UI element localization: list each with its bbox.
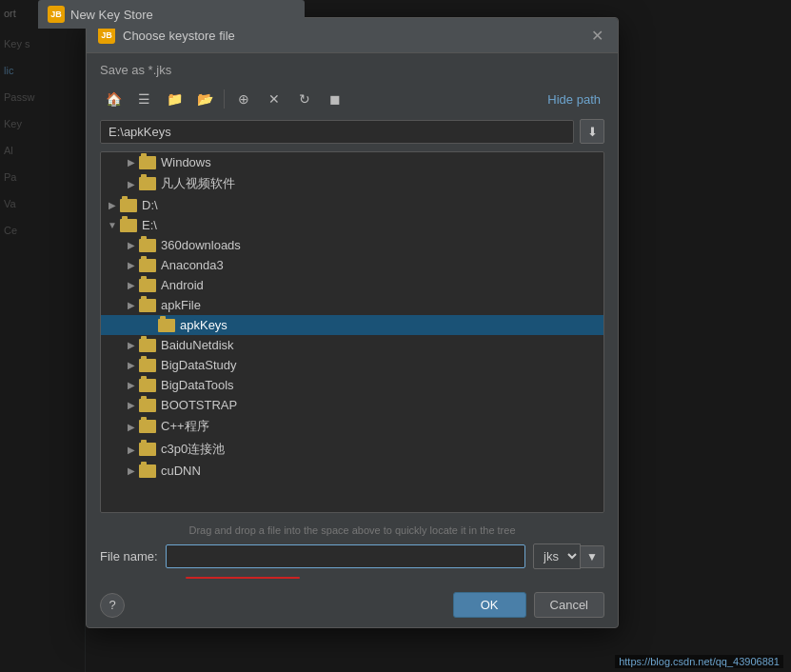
choose-keystore-dialog: JB Choose keystore file ✕ Save as *.jks … [86,17,619,628]
tree-item-label: BaiduNetdisk [161,338,234,352]
tree-item[interactable]: ▶360downloads [101,235,603,255]
folder-up-button[interactable]: 📂 [191,87,218,111]
tree-item-label: apkFile [161,298,201,312]
tree-arrow-icon: ▶ [124,422,139,432]
tree-arrow-icon: ▶ [124,260,139,270]
cancel-button[interactable]: Cancel [534,592,604,618]
bookmark-button[interactable]: ◼ [322,87,348,111]
bg-window-title: New Key Store [70,8,153,22]
close-button[interactable]: ✕ [587,26,606,45]
background-window-titlebar: JB New Key Store [38,0,305,29]
folder-icon [139,239,156,252]
folder-icon [139,443,156,456]
dialog-body: Save as *.jks 🏠 ☰ 📁 📂 ⊕ ✕ ↻ ◼ Hide path … [87,53,618,627]
drag-drop-hint: Drag and drop a file into the space abov… [100,521,604,544]
folder-icon [139,177,156,190]
filename-label: File name: [100,549,158,563]
folder-icon [139,399,156,412]
tree-item[interactable]: ▶c3p0连接池 [101,438,603,461]
dialog-button-row: ? OK Cancel [100,588,604,618]
tree-item[interactable]: ▶凡人视频软件 [101,172,603,195]
tree-item-label: D:\ [142,198,158,212]
tree-item-label: BigDataTools [161,378,234,392]
tree-item[interactable]: ▶Android [101,275,603,295]
dialog-title-left: JB Choose keystore file [98,27,235,44]
filename-row: File name: jks ▼ [100,544,604,569]
tree-item-label: cuDNN [161,464,201,478]
path-input[interactable] [100,120,574,144]
folder-icon [139,379,156,392]
tree-item-label: apkKeys [180,318,227,332]
folder-icon [139,359,156,372]
tree-item[interactable]: ▶D:\ [101,195,603,215]
tree-item[interactable]: ▶Anaconda3 [101,255,603,275]
dialog-title: Choose keystore file [123,29,235,43]
validation-underline [186,577,300,579]
delete-button[interactable]: ✕ [261,87,287,111]
tree-arrow-icon: ▶ [124,240,139,250]
extension-select[interactable]: jks [533,544,581,569]
new-dir-button[interactable]: ⊕ [230,87,257,111]
tree-arrow-icon: ▶ [124,280,139,290]
folder-icon [139,420,156,433]
tree-item[interactable]: ▶BOOTSTRAP [101,395,603,415]
folder-icon [139,259,156,272]
tree-arrow-icon: ▶ [124,179,139,189]
home-button[interactable]: 🏠 [100,87,127,111]
folder-icon [120,219,137,232]
file-toolbar: 🏠 ☰ 📁 📂 ⊕ ✕ ↻ ◼ Hide path [100,87,604,111]
tree-item[interactable]: ▶BaiduNetdisk [101,335,603,355]
tree-item[interactable]: ▶BigDataStudy [101,355,603,375]
path-row: ⬇ [100,119,604,144]
folder-icon [139,156,156,169]
tree-item-label: C++程序 [161,418,209,435]
tree-item-label: BigDataStudy [161,358,237,372]
tree-arrow-icon: ▶ [124,300,139,310]
ok-button[interactable]: OK [453,592,526,618]
tree-arrow-icon: ▶ [124,465,139,476]
help-button[interactable]: ? [100,593,125,618]
tree-item-label: Windows [161,155,211,169]
hide-path-button[interactable]: Hide path [544,90,604,109]
folder-icon [120,199,137,212]
tree-arrow-icon: ▼ [105,220,120,230]
tree-item[interactable]: ▶BigDataTools [101,375,603,395]
refresh-button[interactable]: ↻ [291,87,318,111]
tree-item-label: BOOTSTRAP [161,398,237,412]
save-as-label: Save as *.jks [100,63,604,77]
new-folder-button[interactable]: 📁 [161,87,188,111]
tree-item-label: c3p0连接池 [161,441,225,458]
tree-item[interactable]: ▶apkFile [101,295,603,315]
tree-item[interactable]: ▶C++程序 [101,415,603,438]
tree-item-label: Android [161,278,204,292]
extension-selector: jks ▼ [533,544,604,569]
tree-item-label: E:\ [142,218,157,232]
path-goto-button[interactable]: ⬇ [580,119,604,144]
tree-arrow-icon: ▶ [124,360,139,370]
extension-dropdown-button[interactable]: ▼ [581,545,604,568]
tree-item[interactable]: ▶cuDNN [101,461,603,481]
action-buttons: OK Cancel [453,592,604,618]
folder-icon [139,339,156,352]
tree-item-label: 360downloads [161,238,241,252]
toolbar-separator-1 [224,89,225,109]
tree-item[interactable]: ▶Windows [101,152,603,172]
tree-item[interactable]: apkKeys [101,315,603,335]
tree-arrow-icon: ▶ [124,400,139,410]
dialog-icon: JB [98,27,115,44]
folder-icon [139,279,156,292]
bg-window-icon: JB [48,6,65,23]
tree-item[interactable]: ▼E:\ [101,215,603,235]
folder-icon [158,319,175,332]
list-view-button[interactable]: ☰ [130,87,157,111]
folder-icon [139,299,156,312]
tree-arrow-icon: ▶ [124,340,139,350]
tree-item-label: 凡人视频软件 [161,175,235,192]
filename-input[interactable] [166,544,525,568]
watermark: https://blog.csdn.net/qq_43906881 [615,655,783,668]
tree-item-label: Anaconda3 [161,258,224,272]
tree-arrow-icon: ▶ [124,380,139,390]
file-tree[interactable]: ▶Windows▶凡人视频软件▶D:\▼E:\▶360downloads▶Ana… [100,151,604,513]
tree-arrow-icon: ▶ [124,445,139,455]
tree-arrow-icon: ▶ [124,157,139,168]
